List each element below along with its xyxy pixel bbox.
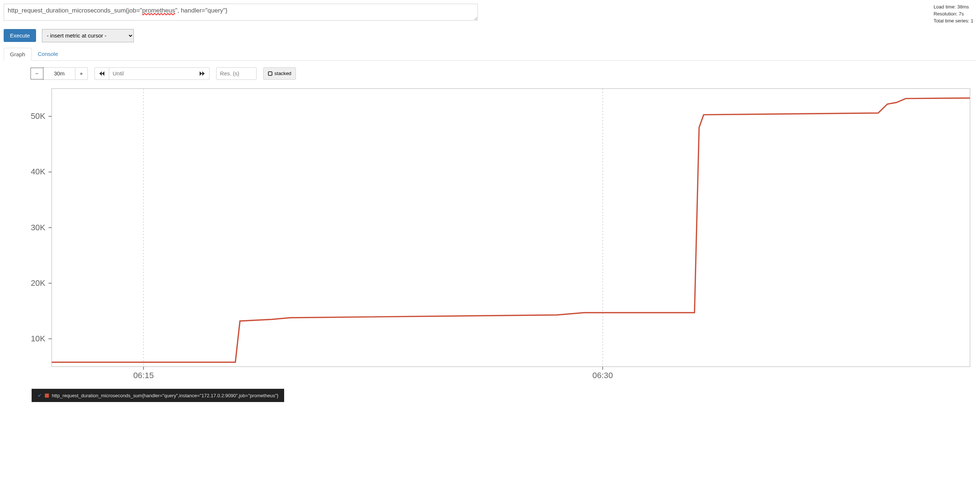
time-nav-group — [94, 67, 210, 80]
total-series-label: Total time series: 1 — [934, 18, 974, 25]
until-input[interactable] — [109, 67, 195, 80]
chart-legend[interactable]: ✔ http_request_duration_microseconds_sum… — [32, 389, 284, 402]
tab-graph[interactable]: Graph — [4, 48, 32, 61]
query-stats: Load time: 38ms Resolution: 7s Total tim… — [934, 4, 976, 25]
svg-text:30K: 30K — [31, 222, 46, 232]
legend-text: http_request_duration_microseconds_sum{h… — [52, 393, 278, 398]
check-icon: ✔ — [38, 393, 42, 398]
time-prev-button[interactable] — [94, 67, 109, 80]
stacked-toggle[interactable]: stacked — [263, 67, 296, 80]
legend-swatch — [45, 394, 49, 398]
rewind-icon — [99, 71, 104, 76]
execute-button[interactable]: Execute — [4, 29, 36, 42]
resolution-label: Resolution: 7s — [934, 11, 974, 18]
query-row: http_request_duration_microseconds_sum{j… — [4, 4, 976, 25]
promql-query-input[interactable]: http_request_duration_microseconds_sum{j… — [4, 4, 478, 21]
forward-icon — [200, 71, 205, 76]
stacked-label: stacked — [275, 70, 291, 76]
svg-text:10K: 10K — [31, 334, 46, 343]
svg-rect-0 — [52, 88, 970, 366]
svg-text:40K: 40K — [31, 167, 46, 176]
metric-select[interactable]: - insert metric at cursor - — [42, 29, 134, 42]
execute-row: Execute - insert metric at cursor - — [4, 29, 976, 42]
load-time-label: Load time: 38ms — [934, 4, 974, 11]
line-chart[interactable]: 10K20K30K40K50K06:1506:30 — [4, 83, 976, 387]
tab-bar: Graph Console — [4, 48, 976, 61]
range-group: − 30m + — [30, 67, 88, 80]
tab-console[interactable]: Console — [32, 48, 64, 60]
graph-controls: − 30m + stacked — [30, 67, 976, 80]
range-increase-button[interactable]: + — [75, 67, 88, 80]
range-decrease-button[interactable]: − — [30, 67, 44, 80]
range-value: 30m — [44, 67, 75, 80]
svg-text:50K: 50K — [31, 112, 46, 121]
graph-area: 10K20K30K40K50K06:1506:30 — [4, 83, 976, 387]
time-next-button[interactable] — [195, 67, 210, 80]
svg-text:06:30: 06:30 — [593, 370, 613, 380]
unstacked-icon — [268, 71, 272, 76]
resolution-input[interactable] — [216, 67, 256, 80]
svg-text:20K: 20K — [31, 278, 46, 287]
svg-text:06:15: 06:15 — [133, 370, 154, 380]
